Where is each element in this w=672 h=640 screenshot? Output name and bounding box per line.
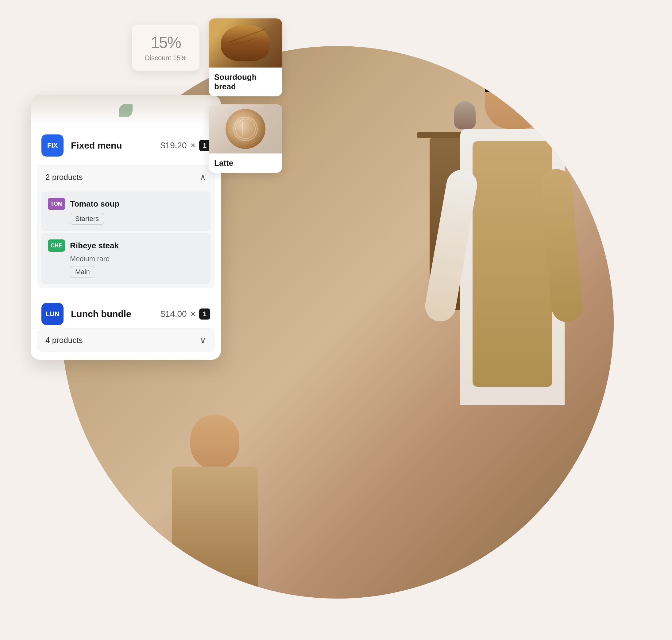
lunch-products-count-label: 4 products <box>45 335 83 345</box>
ribeye-badge: CHE <box>48 239 65 252</box>
latte-image <box>209 104 282 154</box>
ribeye-item: CHE Ribeye steak Medium rare Main <box>41 233 210 284</box>
tomato-soup-item: TOM Tomato soup Starters <box>41 191 210 231</box>
fixed-menu-row[interactable]: FIX Fixed menu $19.20 × 1 <box>31 126 221 165</box>
leaf-icon <box>119 104 133 117</box>
person-seated <box>154 414 276 568</box>
ribeye-name: Ribeye steak <box>70 241 119 250</box>
latte-art-stem <box>243 121 243 136</box>
ui-card: FIX Fixed menu $19.20 × 1 2 products ∧ T… <box>31 95 221 360</box>
lunch-bundle-qty: 1 <box>199 308 210 320</box>
chevron-down-icon: ∨ <box>200 335 206 345</box>
chevron-up-icon: ∧ <box>200 172 206 182</box>
latte-cup <box>225 109 265 149</box>
card-header <box>31 95 221 126</box>
latte-card: Latte <box>209 104 282 173</box>
lunch-bundle-products-section: 4 products ∨ <box>37 329 215 352</box>
lunch-bundle-price: $14.00 × 1 <box>160 308 210 320</box>
lunch-products-expand-button[interactable]: 4 products ∨ <box>37 329 215 352</box>
fixed-menu-price-value: $19.20 <box>160 141 187 150</box>
products-expand-button[interactable]: 2 products ∧ <box>37 165 215 189</box>
person-standing <box>436 61 583 553</box>
discount-percent-value: 15% <box>138 33 193 52</box>
multiply-symbol: × <box>191 141 195 150</box>
tomato-soup-header: TOM Tomato soup <box>48 198 204 210</box>
lunch-bundle-row[interactable]: LUN Lunch bundle $14.00 × 1 <box>31 294 221 329</box>
multiply-symbol2: × <box>191 309 195 319</box>
ribeye-header: CHE Ribeye steak <box>48 239 204 252</box>
seated-head <box>190 414 239 470</box>
lunch-bundle-price-value: $14.00 <box>160 309 187 319</box>
tomato-badge: TOM <box>48 198 65 210</box>
fixed-menu-price: $19.20 × 1 <box>160 140 210 151</box>
bread-card: Sourdough bread <box>209 18 282 97</box>
fixed-menu-badge: FIX <box>41 134 63 157</box>
bread-image <box>209 18 282 68</box>
latte-label: Latte <box>209 154 282 173</box>
tomato-name: Tomato soup <box>70 199 119 209</box>
ribeye-variant: Medium rare <box>48 255 204 263</box>
latte-art-inner <box>235 119 255 139</box>
lunch-bundle-badge: LUN <box>41 303 63 325</box>
fixed-menu-products-section: 2 products ∧ TOM Tomato soup Starters CH… <box>37 165 215 288</box>
apron <box>472 141 552 387</box>
tomato-tag: Starters <box>70 213 104 225</box>
lunch-bundle-name: Lunch bundle <box>71 309 160 319</box>
discount-card: 15% Discount 15% <box>132 25 200 71</box>
bread-label: Sourdough bread <box>209 68 282 97</box>
seated-body <box>172 467 258 590</box>
discount-label: Discount 15% <box>138 54 193 62</box>
products-count-label: 2 products <box>45 173 83 182</box>
glasses <box>486 86 548 98</box>
fixed-menu-name: Fixed menu <box>71 140 160 151</box>
ribeye-tag: Main <box>70 266 95 278</box>
